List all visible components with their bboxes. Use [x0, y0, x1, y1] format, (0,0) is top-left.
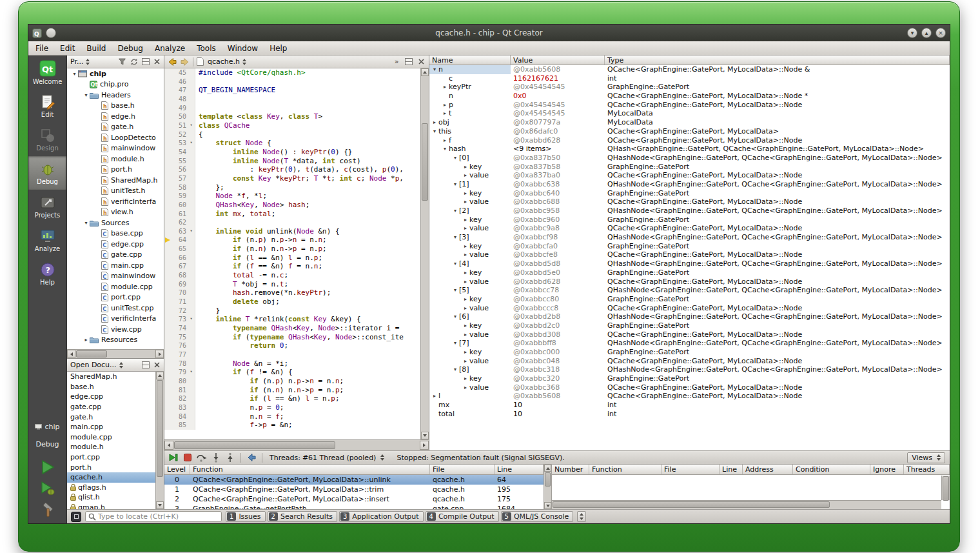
mode-projects[interactable]: Projects [28, 190, 66, 223]
breakpoint-margin[interactable] [164, 359, 171, 368]
tree-item[interactable]: hunitTest.h [67, 186, 164, 197]
tree-item[interactable]: Cedge.cpp [67, 239, 164, 250]
debug-run-button[interactable] [39, 480, 57, 497]
mode-debug[interactable]: Debug [28, 156, 66, 190]
tree-item[interactable]: CunitTest.cpp [67, 303, 164, 314]
open-documents-vscrollbar[interactable] [155, 372, 164, 509]
menu-edit[interactable]: Edit [54, 43, 81, 54]
open-document-item[interactable]: gate.cpp [67, 402, 155, 412]
breakpoints-hscrollbar[interactable] [552, 500, 941, 509]
locals-row[interactable]: ▸key@0xabbc320GraphEngine::GatePort [429, 374, 950, 383]
stack-column-level[interactable]: Level [164, 465, 190, 474]
output-pane-issues[interactable]: 1Issues [226, 511, 266, 522]
open-document-item[interactable]: qmap.h [67, 503, 155, 509]
locals-row[interactable]: ▸key@0xabbc960GraphEngine::GatePort [429, 216, 950, 225]
breakpoint-margin[interactable] [164, 236, 171, 245]
expander-icon[interactable]: ▾ [451, 286, 459, 295]
breakpoint-margin[interactable] [164, 165, 171, 174]
code-line[interactable]: 80 if (n.p) n.p->n = n.n; [164, 377, 420, 386]
locals-row[interactable]: ▸p@0x45454545QCache<GraphEngine::GatePor… [429, 101, 950, 110]
locals-row[interactable]: ▸value@0xabbd628QCache<GraphEngine::Gate… [429, 277, 950, 287]
step-into-button[interactable] [210, 452, 222, 463]
locals-row[interactable]: ▾hash<9 items>QHash<GraphEngine::GatePor… [429, 145, 950, 154]
locals-row[interactable]: ▾[7]@0xabbbff8QHashNode<GraphEngine::Gat… [429, 339, 950, 348]
expander-icon[interactable]: ▸ [462, 224, 469, 233]
breakpoints-column-address[interactable]: Address [743, 465, 793, 474]
open-document-item[interactable]: main.cpp [67, 422, 155, 432]
breakpoint-margin[interactable] [164, 68, 171, 77]
stack-column-function[interactable]: Function [190, 465, 430, 474]
tree-item[interactable]: Cbase.cpp [67, 228, 164, 239]
expander-icon[interactable]: ▸ [462, 383, 469, 392]
code-line[interactable]: 82 if (l == &n) l = n.p; [164, 394, 420, 403]
expander-icon[interactable]: ▸ [462, 277, 469, 287]
forward-button[interactable] [179, 57, 190, 67]
continue-button[interactable] [167, 452, 180, 463]
breakpoint-margin[interactable] [164, 297, 171, 307]
code-line[interactable]: 81 if (n.n) n.n->p = n.p; [164, 386, 420, 395]
toolbar-overflow-button[interactable]: » [391, 57, 402, 67]
sync-button[interactable] [128, 57, 139, 67]
open-document-item[interactable]: base.h [67, 382, 155, 392]
stack-frame-row[interactable]: 1QCache<GraphEngine::GatePort, MyLocalDa… [164, 485, 544, 494]
menu-window[interactable]: Window [222, 43, 264, 54]
open-document-item[interactable]: port.h [67, 462, 155, 472]
breakpoint-margin[interactable] [164, 280, 171, 289]
output-pane-pager[interactable] [577, 511, 586, 522]
breakpoint-margin[interactable] [164, 368, 171, 377]
breakpoint-margin[interactable] [164, 227, 171, 236]
tree-item[interactable]: hmodule.h [67, 154, 164, 165]
scroll-right-button[interactable] [155, 350, 164, 358]
code-line[interactable]: 73▾ inline T *relink(const Key &key) { [164, 315, 420, 324]
mode-analyze[interactable]: Analyze [28, 223, 66, 257]
projects-pane-selector[interactable]: Pr... [68, 57, 116, 66]
code-line[interactable]: 63▾ inline void unlink(Node &n) { [164, 227, 420, 236]
scroll-up-button[interactable] [421, 68, 429, 76]
breakpoints-column-number[interactable]: Number [552, 465, 589, 474]
breakpoint-margin[interactable] [164, 271, 171, 280]
breakpoint-margin[interactable] [164, 192, 171, 201]
breakpoints-vscrollbar[interactable] [941, 476, 950, 500]
breakpoint-margin[interactable] [164, 262, 171, 271]
expander-icon[interactable]: ▸ [441, 109, 449, 118]
scrollbar-thumb[interactable] [76, 350, 107, 357]
locals-row[interactable]: ▸f@0xabbd628QCache<GraphEngine::GatePort… [429, 136, 950, 145]
tree-item[interactable]: ▸Resources [67, 335, 164, 346]
code-line[interactable]: 67 if (f == &n) f = n.n; [164, 262, 420, 271]
breakpoint-margin[interactable] [164, 95, 171, 104]
breakpoint-margin[interactable] [164, 394, 171, 403]
locals-row[interactable]: ▸value@0xabbc9a8QCache<GraphEngine::Gate… [429, 224, 950, 233]
breakpoint-margin[interactable] [164, 148, 171, 157]
mode-help[interactable]: ?Help [28, 257, 66, 290]
locals-row[interactable]: ▸value@0xabbc048QCache<GraphEngine::Gate… [429, 357, 950, 366]
open-document-item[interactable]: module.cpp [67, 432, 155, 443]
open-document-item[interactable]: SharedMap.h [67, 372, 155, 382]
code-area[interactable]: 45#include <QtCore/qhash.h>4647QT_BEGIN_… [164, 68, 420, 439]
breakpoint-margin[interactable] [164, 403, 171, 412]
code-line[interactable]: 68 total -= n.c; [164, 271, 420, 280]
scroll-down-button[interactable] [421, 432, 429, 439]
breakpoints-column-threads[interactable]: Threads [904, 465, 950, 474]
back-button[interactable] [167, 57, 177, 67]
scrollbar-thumb[interactable] [553, 501, 830, 508]
sidebar-toggle-button[interactable] [71, 512, 81, 522]
expander-icon[interactable]: ▸ [462, 304, 469, 313]
code-line[interactable]: 69 T *obj = n.t; [164, 280, 420, 289]
window-close-button[interactable]: × [936, 28, 946, 38]
tree-item[interactable]: CverificInterfa [67, 314, 164, 325]
tree-item[interactable]: hSharedMap.h [67, 175, 164, 186]
breakpoint-margin[interactable] [164, 333, 171, 342]
locals-row[interactable]: ▸value@0xa837ba0QCache<GraphEngine::Gate… [429, 171, 950, 180]
breakpoint-margin[interactable] [164, 121, 171, 130]
scrollbar-thumb[interactable] [157, 380, 163, 477]
breakpoint-margin[interactable] [164, 412, 171, 421]
tree-item[interactable]: ▾chip [67, 68, 164, 79]
expander-icon[interactable]: ▸ [462, 374, 469, 383]
locals-row[interactable]: ▸obj@0x807797aMyLocalData [429, 118, 950, 127]
jump-to-line-button[interactable] [245, 452, 258, 463]
tree-item[interactable]: hbase.h [67, 101, 164, 112]
document-selector[interactable]: qcache.h [206, 57, 248, 66]
fold-marker-icon[interactable]: ▾ [188, 139, 195, 148]
close-icon[interactable] [152, 57, 162, 67]
menu-tools[interactable]: Tools [191, 43, 222, 54]
